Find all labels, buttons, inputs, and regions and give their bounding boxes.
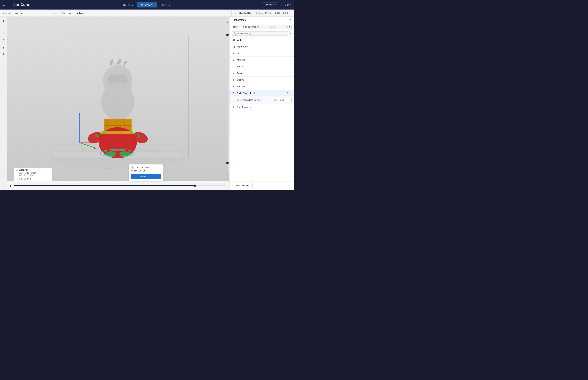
recommended-row: < Recommended (229, 181, 294, 190)
link-icon: 🔗 (274, 99, 277, 101)
play-button[interactable]: ▶ (10, 184, 12, 187)
tune-icon[interactable]: ⚙ (286, 92, 288, 95)
setting-dual-extrusion[interactable]: ⊕ Dual Extrusion ❯ (229, 104, 294, 110)
panel-close-button[interactable]: × (290, 18, 292, 21)
layer-progress-thumb[interactable] (193, 185, 196, 187)
setting-speed[interactable]: ⟳ Speed ❯ (229, 63, 294, 70)
infill-label: Infill (237, 52, 288, 55)
object-list-header: ▲ Object list (16, 169, 50, 171)
search-input[interactable] (237, 32, 286, 35)
profile-sub: 0.2mm (269, 26, 275, 28)
setting-infill[interactable]: ⊞ Infill ❯ (229, 50, 294, 57)
svg-point-59 (95, 134, 99, 138)
top-navigation: Ultimaker Cura PREPARE PREVIEW MONITOR M… (0, 0, 294, 10)
recommended-button[interactable]: < Recommended (232, 183, 253, 188)
setting-travel[interactable]: ⇆ Travel ❯ (229, 70, 294, 76)
quality-chevron-icon[interactable]: ▾ (290, 12, 291, 14)
infill-icon: ⊞ (232, 52, 235, 55)
toolbar: View type Layer view ▾ Color scheme Line… (0, 10, 294, 17)
scale-tool[interactable]: ⤡ (1, 24, 6, 30)
filter-icon[interactable]: ☰ (289, 32, 292, 35)
object-list-collapse-icon[interactable]: ▲ (16, 169, 18, 171)
layer-handle-top[interactable] (226, 34, 229, 36)
weight-icon: ⊙ (131, 170, 133, 172)
object-list-title: Object list (19, 169, 28, 171)
color-scheme-selector[interactable]: Color scheme Line Type ▾ (58, 10, 231, 17)
grid-icon[interactable]: ⠿ (280, 3, 283, 7)
view-type-selector[interactable]: View type Layer view ▾ (0, 10, 58, 17)
support-chevron-icon: ❯ (290, 86, 292, 87)
print-settings-panel: Print settings × Profile Standard Qualit… (229, 17, 294, 190)
time-row: 🕐 6 hours 47 minu (131, 166, 161, 169)
view-type-label: View type (3, 12, 12, 14)
adhesion-type-selector[interactable]: Skirt ▾ (278, 98, 292, 102)
setting-top-bottom[interactable]: ▤ Top/Bottom ❯ (229, 43, 294, 50)
svg-point-36 (101, 82, 134, 120)
tab-prepare[interactable]: PREPARE (117, 2, 137, 7)
walls-label: Walls (237, 39, 288, 41)
profile-selector[interactable]: Standard Quality 0.2mm ☆ ▾ (242, 25, 292, 29)
svg-rect-58 (101, 131, 134, 134)
object-delete-icon[interactable]: ⊗ (27, 177, 29, 180)
sliders-icon: ⚙ (234, 11, 237, 15)
marketplace-button[interactable]: Marketplace (262, 2, 278, 7)
top-bottom-icon: ▤ (232, 45, 235, 48)
panel-title: Print settings (232, 19, 246, 21)
setting-material[interactable]: ◎ Material ❯ (229, 57, 294, 63)
search-icon: 🔍 (233, 32, 236, 35)
time-label: 6 hours 47 minu (135, 166, 150, 169)
viewport[interactable]: 208 ▲ Object list CE3_Funko Minion 58.0 … (7, 17, 229, 190)
arrange-tool[interactable]: ⊞ (1, 45, 6, 50)
speed-chevron-icon: ❯ (290, 66, 292, 68)
view-type-arrow-icon: ▾ (54, 12, 55, 14)
build-plate-icon: ⊡ (232, 91, 235, 95)
playbar: ▶ (7, 181, 229, 190)
setting-walls[interactable]: ▦ Walls ❯ (229, 37, 294, 43)
object-visibility-icon[interactable]: ⊡ (19, 177, 20, 180)
infill-icon: ⊞ (265, 12, 267, 14)
travel-icon: ⇆ (232, 72, 235, 75)
adhesion-icon: ⤓ (283, 12, 284, 14)
color-scheme-label: Color scheme (60, 12, 73, 14)
mirror-tool[interactable]: ⇔ (1, 37, 6, 42)
save-to-disk-button[interactable]: Save to Disk (131, 174, 161, 179)
star-icon: ☆ (286, 25, 288, 28)
view-type-value: Layer view (13, 12, 53, 14)
layer-handle-bottom[interactable] (226, 162, 229, 164)
setting-support[interactable]: ⊛ Support ❯ (229, 83, 294, 90)
top-bottom-chevron-icon: ❯ (290, 46, 292, 48)
tab-monitor[interactable]: MONITOR (157, 2, 176, 7)
adhesion-type-value: Skirt (280, 99, 284, 101)
main-content: ✛ ⤡ ↺ ⇔ ⊞ ⊛ (0, 17, 294, 190)
support-icon: 🏗 (274, 12, 276, 14)
object-copy-icon[interactable]: ⊞ (24, 177, 26, 180)
cooling-label: Cooling (237, 78, 288, 81)
walls-chevron-icon: ❯ (290, 39, 292, 41)
tab-preview[interactable]: PREVIEW (137, 2, 157, 7)
support-stat: 🏗 Off (274, 12, 280, 14)
infill-chevron-icon: ❯ (290, 52, 292, 54)
material-label: Material (237, 59, 288, 61)
color-scheme-arrow-icon: ▾ (228, 12, 229, 14)
object-edit-icon[interactable]: ⊟ (21, 177, 23, 180)
setting-build-plate[interactable]: ⊡ Build Plate Adhesion ⚙ ❯ (229, 90, 294, 96)
walls-icon: ▦ (232, 38, 235, 42)
object-name[interactable]: CE3_Funko Minion (19, 172, 50, 174)
object-settings-icon[interactable]: ⊕ (29, 177, 32, 180)
signin-button[interactable]: Sign in (285, 3, 291, 6)
layer-slider[interactable]: 208 (224, 17, 229, 181)
nav-right: Marketplace ⠿ Sign in (262, 2, 291, 7)
adhesion-value: Off (285, 12, 288, 14)
rotate-tool[interactable]: ↺ (1, 30, 6, 36)
setting-cooling[interactable]: ✳ Cooling ❯ (229, 76, 294, 83)
layer-progress-track[interactable] (14, 185, 227, 186)
move-tool[interactable]: ✛ (1, 18, 6, 23)
adhesion-type-label: Build Plate Adhesion Type (237, 99, 273, 101)
support-tool[interactable]: ⊛ (1, 51, 6, 56)
search-input-wrap: 🔍 (232, 32, 288, 36)
cooling-icon: ✳ (232, 78, 235, 81)
support-label: Support (237, 85, 288, 88)
object-dimensions: 58.0 x 71.7 x 98.0 mm (19, 174, 50, 176)
weight-label: 58g · 19.31m (134, 170, 146, 172)
svg-point-62 (130, 131, 133, 134)
